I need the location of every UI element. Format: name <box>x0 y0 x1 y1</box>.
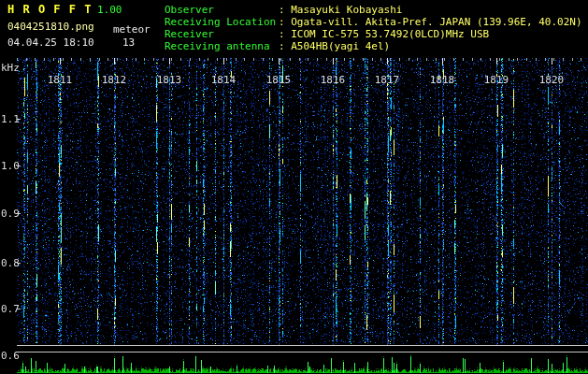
info-value-receiver: ICOM IC-575 53.7492(0LCD)MHz USB <box>291 28 489 40</box>
receiver-info-block: Observer: Masayuki Kobayashi Receiving L… <box>165 4 582 52</box>
meteor-count-value: 13 <box>122 36 135 49</box>
freq-tick-1-1: 1.1 <box>1 113 20 125</box>
info-label-location: Receiving Location <box>165 16 279 28</box>
output-filename: 0404251810.png <box>7 21 94 33</box>
info-value-location: Ogata-vill. Akita-Pref. JAPAN (139.96E, … <box>291 16 581 28</box>
info-row-antenna: Receiving antenna: A504HB(yagi 4el) <box>165 40 582 52</box>
app-version: 1.00 <box>97 4 122 16</box>
info-label-antenna: Receiving antenna <box>165 40 279 52</box>
info-row-receiver: Receiver: ICOM IC-575 53.7492(0LCD)MHz U… <box>165 28 582 40</box>
freq-tick-0-6: 0.6 <box>1 350 20 362</box>
spectrogram-canvas <box>0 0 588 374</box>
hrofft-output-window: { "header": { "app_title": "H R O F F T"… <box>0 0 588 374</box>
freq-tick-0-9: 0.9 <box>1 208 20 220</box>
meteor-count-label: meteor <box>113 23 151 36</box>
freq-tick-0-7: 0.7 <box>1 303 20 315</box>
info-separator: : <box>279 4 285 16</box>
freq-tick-0-8: 0.8 <box>1 257 20 269</box>
observation-datetime: 04.04.25 18:10 <box>7 36 94 49</box>
freq-unit-label: kHz <box>1 62 20 74</box>
info-row-location: Receiving Location: Ogata-vill. Akita-Pr… <box>165 16 582 28</box>
info-separator: : <box>279 28 285 40</box>
app-title: H R O F F T <box>7 3 92 16</box>
info-value-observer: Masayuki Kobayashi <box>291 4 402 16</box>
info-value-antenna: A504HB(yagi 4el) <box>291 40 390 52</box>
info-separator: : <box>279 16 285 28</box>
info-separator: : <box>279 40 285 52</box>
freq-tick-1-0: 1.0 <box>1 160 20 172</box>
info-row-observer: Observer: Masayuki Kobayashi <box>165 4 582 16</box>
info-label-observer: Observer <box>165 4 279 16</box>
info-label-receiver: Receiver <box>165 28 279 40</box>
